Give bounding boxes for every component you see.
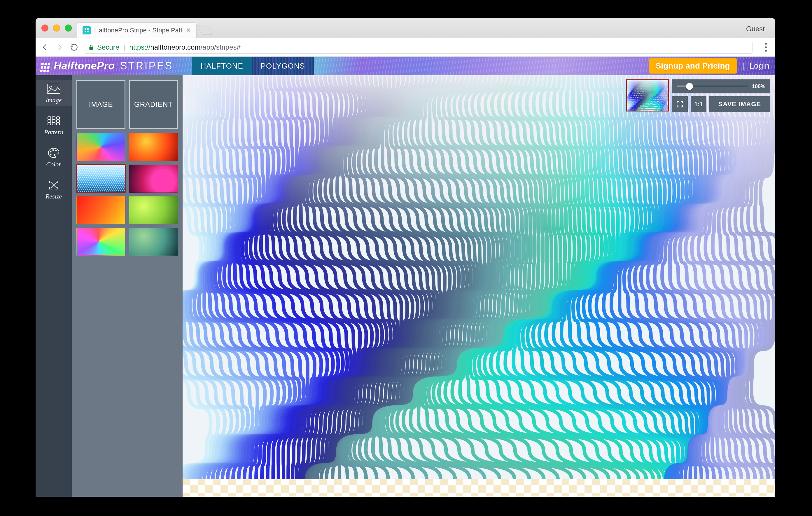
- svg-point-16: [53, 150, 54, 151]
- svg-rect-2: [85, 31, 86, 32]
- url-text: https://halftonepro.com/app/stripes#: [129, 43, 241, 51]
- app-body: Image Pattern Co: [36, 75, 775, 497]
- actual-size-button[interactable]: 1:1: [691, 96, 706, 112]
- sidebar-item-label: Resize: [46, 193, 62, 200]
- svg-point-17: [55, 150, 57, 152]
- fullscreen-button[interactable]: [672, 96, 688, 112]
- url-separator: |: [123, 43, 125, 51]
- preset-ice[interactable]: [77, 165, 125, 193]
- svg-point-18: [50, 154, 52, 156]
- app-header: HalftonePro STRIPES HALFTONE POLYGONS Si…: [36, 57, 775, 75]
- preset-teal[interactable]: [129, 228, 178, 256]
- svg-rect-22: [627, 80, 668, 92]
- preset-grid: [77, 133, 178, 256]
- canvas-area[interactable]: 100% 1:1 SAVE IMAGE: [182, 75, 775, 497]
- stripe-output: [182, 75, 775, 479]
- slider-track[interactable]: [677, 85, 748, 87]
- save-image-button[interactable]: SAVE IMAGE: [709, 96, 770, 112]
- new-tab-button[interactable]: [198, 25, 212, 35]
- palette-icon: [46, 147, 61, 159]
- svg-rect-8: [57, 117, 59, 119]
- svg-rect-13: [52, 123, 55, 125]
- preset-magenta[interactable]: [129, 165, 178, 193]
- sidebar-item-resize[interactable]: Resize: [36, 176, 72, 202]
- preview-thumbnail[interactable]: [626, 79, 669, 111]
- sidebar-item-label: Image: [46, 96, 62, 104]
- window-minimize-button[interactable]: [53, 25, 60, 31]
- browser-tab-strip: HalftonePro Stripe - Stripe Patt ✕ Guest: [36, 18, 775, 38]
- slider-knob[interactable]: [686, 83, 693, 90]
- zoom-readout: 100%: [752, 83, 765, 89]
- sidebar-nav: Image Pattern Co: [36, 75, 72, 497]
- signup-button[interactable]: Signup and Pricing: [649, 58, 737, 74]
- svg-rect-3: [87, 31, 89, 32]
- svg-point-5: [50, 86, 52, 88]
- url-bar[interactable]: Secure | https://halftonepro.com/app/str…: [84, 41, 753, 54]
- window-controls: [41, 25, 72, 31]
- brand-main: HalftonePro: [54, 60, 115, 72]
- window-close-button[interactable]: [41, 25, 49, 31]
- profile-label[interactable]: Guest: [746, 25, 765, 33]
- nav-polygons[interactable]: POLYGONS: [252, 57, 314, 75]
- sidebar-item-image[interactable]: Image: [36, 80, 72, 106]
- kebab-icon: [765, 47, 767, 48]
- lock-icon: [88, 44, 94, 50]
- brand[interactable]: HalftonePro STRIPES: [41, 60, 173, 72]
- login-link[interactable]: Login: [749, 61, 770, 71]
- sidebar-item-pattern[interactable]: Pattern: [36, 112, 72, 138]
- favicon-icon: [83, 26, 91, 34]
- mode-gradient-button[interactable]: GRADIENT: [129, 80, 178, 129]
- svg-point-15: [50, 151, 52, 153]
- canvas-controls: 100% 1:1 SAVE IMAGE: [626, 79, 770, 112]
- preset-fire[interactable]: [77, 196, 125, 224]
- browser-tab-title: HalftonePro Stripe - Stripe Patt: [94, 27, 182, 34]
- window-maximize-button[interactable]: [65, 25, 72, 31]
- brand-logo-icon: [41, 62, 51, 65]
- svg-rect-9: [48, 120, 51, 122]
- svg-rect-4: [47, 84, 60, 93]
- pattern-icon: [46, 115, 61, 127]
- source-panel: IMAGE GRADIENT: [72, 75, 182, 497]
- browser-tab[interactable]: HalftonePro Stripe - Stripe Patt ✕: [77, 23, 197, 38]
- forward-button[interactable]: [55, 43, 64, 52]
- svg-rect-14: [57, 123, 59, 125]
- sidebar-item-label: Color: [46, 161, 61, 168]
- preset-sunset[interactable]: [129, 133, 178, 161]
- app-viewport: HalftonePro STRIPES HALFTONE POLYGONS Si…: [36, 57, 775, 497]
- reload-button[interactable]: [69, 43, 79, 52]
- svg-rect-10: [52, 120, 55, 122]
- preset-prism[interactable]: [77, 228, 125, 256]
- brand-sub: STRIPES: [120, 60, 173, 72]
- svg-rect-1: [87, 28, 89, 30]
- svg-rect-7: [52, 117, 55, 119]
- image-icon: [46, 83, 61, 94]
- browser-toolbar: Secure | https://halftonepro.com/app/str…: [36, 38, 775, 57]
- tab-close-icon[interactable]: ✕: [186, 27, 191, 34]
- preset-lime[interactable]: [129, 196, 178, 224]
- mode-image-button[interactable]: IMAGE: [77, 80, 125, 129]
- sidebar-item-label: Pattern: [44, 129, 63, 136]
- nav-halftone[interactable]: HALFTONE: [192, 57, 252, 75]
- header-separator: |: [742, 61, 744, 71]
- svg-rect-12: [48, 123, 51, 125]
- sidebar-item-color[interactable]: Color: [36, 144, 72, 170]
- preset-spectrum[interactable]: [77, 133, 125, 161]
- header-nav: HALFTONE POLYGONS: [192, 57, 314, 75]
- zoom-slider[interactable]: 100%: [672, 79, 770, 93]
- secure-label: Secure: [97, 43, 119, 51]
- svg-rect-11: [57, 120, 59, 122]
- browser-window: HalftonePro Stripe - Stripe Patt ✕ Guest…: [36, 18, 775, 497]
- back-button[interactable]: [40, 43, 50, 52]
- svg-rect-0: [85, 28, 86, 30]
- svg-rect-6: [48, 117, 51, 119]
- browser-menu-button[interactable]: [761, 43, 771, 52]
- resize-icon: [46, 179, 61, 191]
